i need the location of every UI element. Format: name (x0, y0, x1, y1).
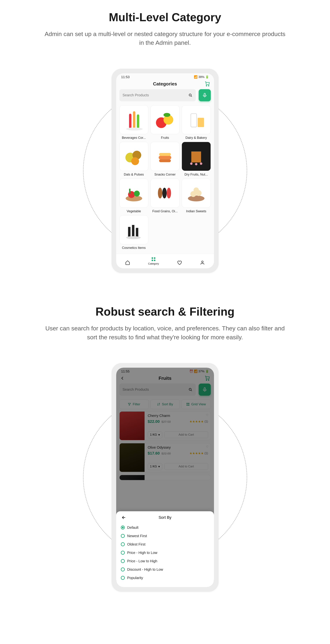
phone-mock-2: 11:55 ⏰ 📶 37% 🔋 Fruits (112, 363, 219, 592)
status-time: 11:53 (121, 75, 130, 79)
nav-profile[interactable] (200, 260, 205, 265)
svg-point-24 (134, 191, 140, 196)
svg-point-7 (126, 128, 143, 130)
sort-option-label: Newest First (127, 534, 147, 538)
svg-point-29 (188, 196, 205, 202)
category-card[interactable]: Cosmetics Items (119, 215, 149, 250)
category-label: Snacks Corner (154, 173, 176, 176)
radio-icon (121, 568, 125, 572)
radio-icon (121, 534, 125, 538)
category-card[interactable]: Vegetable (119, 178, 149, 213)
sort-option[interactable]: Default (121, 524, 209, 532)
svg-point-1 (208, 86, 209, 86)
radio-icon (121, 542, 125, 546)
radio-icon (121, 559, 125, 563)
phone-frame-wrap-1: 11:53 📶 38% 🔋 Categories (112, 69, 219, 273)
phone-screen-2: 11:55 ⏰ 📶 37% 🔋 Fruits (116, 368, 214, 587)
section-search-filtering: Robust search & Filtering User can searc… (0, 305, 330, 592)
category-label: Beverages Cor... (122, 136, 146, 140)
sheet-header: Sort By (121, 515, 209, 520)
status-right: 📶 38% 🔋 (194, 75, 209, 79)
voice-search-button[interactable] (199, 89, 211, 101)
nav-category[interactable]: Category (148, 257, 159, 265)
category-image (119, 178, 149, 208)
category-label: Dairy & Bakery (185, 136, 207, 140)
sort-option[interactable]: Newest First (121, 532, 209, 540)
svg-rect-18 (159, 159, 171, 162)
category-image (150, 105, 180, 134)
sort-by-sheet: Sort By Default Newest First Oldest Firs… (116, 511, 214, 587)
radio-icon (121, 551, 125, 554)
category-label: Dals & Pulses (124, 173, 144, 176)
svg-point-19 (190, 162, 193, 165)
radio-icon (121, 576, 125, 580)
category-label: Cosmetics Items (122, 246, 146, 250)
svg-rect-6 (137, 114, 139, 128)
search-row (116, 89, 214, 105)
category-image (119, 142, 149, 171)
category-card[interactable]: Dry Fruits, Nut... (182, 142, 211, 176)
sort-option[interactable]: Price - High to Low (121, 548, 209, 557)
sort-option-label: Price - High to Low (127, 551, 157, 555)
category-label: Indian Sweets (186, 210, 206, 213)
radio-icon (121, 526, 125, 530)
category-image (119, 215, 149, 244)
battery-text: 38% (198, 75, 204, 79)
svg-point-32 (193, 188, 199, 193)
nav-category-label: Category (148, 262, 159, 265)
svg-rect-17 (159, 153, 171, 156)
sort-option-label: Price - Low to High (127, 559, 157, 563)
nav-home[interactable] (125, 260, 130, 265)
nav-favorites[interactable] (177, 260, 182, 265)
svg-rect-5 (133, 111, 135, 128)
category-card[interactable]: Fruits (150, 105, 180, 140)
svg-point-2 (189, 94, 191, 96)
svg-rect-3 (204, 93, 205, 96)
category-label: Fruits (161, 136, 169, 140)
sort-option-label: Oldest First (127, 542, 145, 546)
category-grid: Beverages Cor... Fruits Dairy & Bakery D… (116, 105, 214, 254)
status-bar: 11:53 📶 38% 🔋 (116, 73, 214, 80)
svg-rect-40 (154, 260, 155, 261)
page-title: Categories (153, 81, 177, 87)
category-card[interactable]: Food Grains, Oi... (150, 178, 180, 213)
category-card[interactable]: Indian Sweets (182, 178, 211, 213)
category-label: Food Grains, Oi... (152, 210, 178, 213)
svg-rect-4 (129, 114, 132, 128)
sort-option[interactable]: Price - Low to High (121, 557, 209, 565)
svg-point-28 (167, 188, 171, 198)
bottom-nav: Category (116, 254, 214, 268)
section2-desc: User can search for products by location… (45, 324, 285, 342)
category-card[interactable]: Dairy & Bakery (182, 105, 211, 140)
search-input[interactable] (123, 93, 179, 97)
section1-desc: Admin can set up a multi-level or nested… (45, 30, 285, 47)
category-card[interactable]: Dals & Pulses (119, 142, 149, 176)
search-icon[interactable] (188, 93, 193, 98)
svg-point-41 (201, 261, 203, 262)
sort-option[interactable]: Popularity (121, 574, 209, 582)
svg-rect-39 (152, 260, 153, 261)
sheet-back-icon[interactable] (122, 515, 126, 520)
sort-option-label: Popularity (127, 576, 143, 580)
section1-title: Multi-Level Category (109, 11, 221, 24)
sort-option[interactable]: Oldest First (121, 540, 209, 548)
category-image (119, 105, 149, 134)
svg-rect-25 (129, 189, 130, 194)
section-multi-level-category: Multi-Level Category Admin can set up a … (0, 11, 330, 273)
phone-frame-wrap-2: 11:55 ⏰ 📶 37% 🔋 Fruits (112, 363, 219, 592)
sort-option[interactable]: Discount - High to Low (121, 565, 209, 574)
category-label: Vegetable (127, 210, 141, 213)
svg-point-15 (131, 157, 139, 165)
svg-rect-35 (136, 228, 138, 236)
svg-rect-33 (128, 227, 130, 237)
search-box[interactable] (119, 89, 196, 101)
cart-icon[interactable] (204, 81, 210, 87)
category-card[interactable]: Snacks Corner (150, 142, 180, 176)
category-image (150, 142, 180, 171)
battery-icon: 🔋 (205, 75, 209, 79)
category-card[interactable]: Beverages Cor... (119, 105, 149, 140)
sort-option-label: Discount - High to Low (127, 568, 163, 572)
phone-screen-1: 11:53 📶 38% 🔋 Categories (116, 73, 214, 268)
category-image (182, 142, 211, 171)
page-header: Categories (116, 80, 214, 89)
